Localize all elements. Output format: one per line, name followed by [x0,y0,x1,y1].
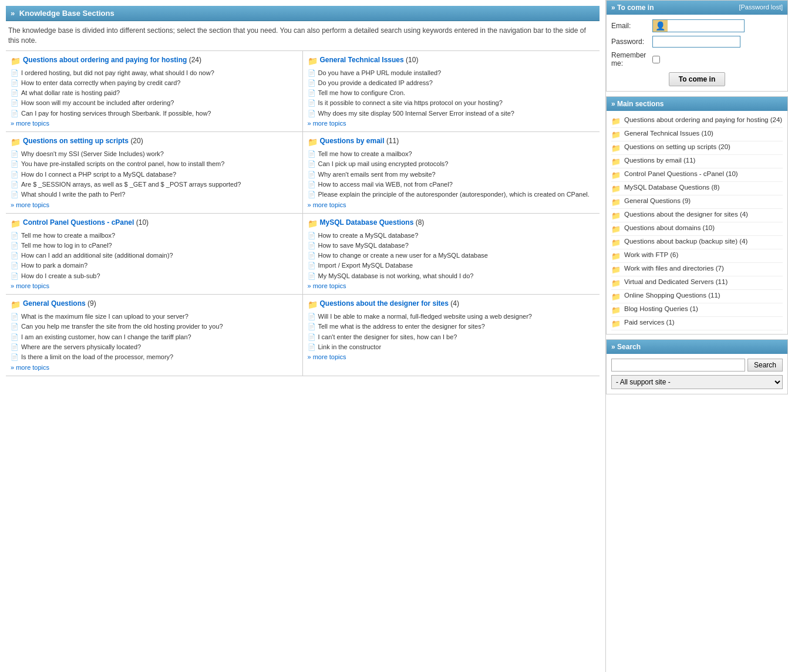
kb-item-text: How to change or create a new user for a… [318,251,488,259]
kb-section-link[interactable]: General Questions [23,299,86,308]
kb-item-text: Is it possible to connect a site via htt… [318,99,503,107]
main-section-item[interactable]: 📁 Virtual and Dedicated Servers (11) [611,276,783,290]
kb-item: 📄 Why doesn't my SSI (Server Side Includ… [11,150,298,158]
kb-section-title: 📁 Questions about ordering and paying fo… [11,56,298,66]
kb-item: 📄 I ordered hosting, but did not pay rig… [11,69,298,77]
kb-section-link[interactable]: Control Panel Questions - cPanel [23,218,134,227]
main-section-item[interactable]: 📁 MySQL Database Questions (8) [611,182,783,195]
sidebar-section-label: Virtual and Dedicated Servers (11) [624,278,728,285]
more-arrows-icon: » [308,353,311,360]
main-section-item[interactable]: 📁 Questions about backup (backup site) (… [611,236,783,249]
kb-item: 📄 How to change or create a new user for… [308,251,595,259]
main-section-item[interactable]: 📁 Work with files and directories (7) [611,263,783,276]
more-topics[interactable]: » more topics [308,282,595,289]
kb-item-text: Will I be able to make a normal, full-fl… [318,312,532,320]
search-scope-select[interactable]: - All support site - [611,375,783,389]
more-topics[interactable]: » more topics [308,201,595,208]
main-section-item[interactable]: 📁 General Technical Issues (10) [611,128,783,141]
more-topics[interactable]: » more topics [11,282,298,289]
main-section-item[interactable]: 📁 Questions by email (11) [611,155,783,168]
sidebar-folder-icon: 📁 [611,198,621,207]
document-icon: 📄 [11,333,19,341]
kb-section-link[interactable]: Questions about the designer for sites [320,299,449,308]
more-arrows-icon: » [11,120,14,127]
kb-item: 📄 How to access mail via WEB, not from c… [308,180,595,188]
remember-row: Remember me: [611,51,783,67]
password-row: Password: [611,36,783,48]
password-lost-link[interactable]: [Password lost] [739,4,783,11]
more-arrows-icon: » [308,120,311,127]
document-icon: 📄 [308,171,316,178]
kb-section-count: (24) [189,56,201,64]
kb-item: 📄 Can I pay for hosting services through… [11,109,298,117]
kb-item: 📄 Is there a limit on the load of the pr… [11,353,298,361]
kb-section-count: (4) [450,299,459,308]
more-topics[interactable]: » more topics [308,353,595,360]
more-arrows-icon: » [11,364,14,371]
kb-item-text: I can't enter the designer for sites, ho… [318,333,457,341]
search-input[interactable] [611,359,745,372]
more-topics-link[interactable]: more topics [16,120,49,127]
search-button[interactable]: Search [747,359,783,372]
sidebar-folder-icon: 📁 [611,238,621,247]
main-section-item[interactable]: 📁 Questions about the designer for sites… [611,209,783,222]
more-topics-link[interactable]: more topics [16,282,49,289]
kb-section-link[interactable]: Questions on setting up scripts [23,137,129,145]
main-section-item[interactable]: 📁 Questions on setting up scripts (20) [611,141,783,155]
search-title: Search [617,343,641,351]
sidebar-folder-icon: 📁 [611,265,621,274]
kb-section-mysql: 📁 MySQL Database Questions (8) 📄 How to … [303,214,600,295]
sidebar-section-label: Questions about domains (10) [624,224,715,231]
kb-section-link[interactable]: General Technical Issues [320,56,404,64]
email-input[interactable] [668,21,744,31]
document-icon: 📄 [11,181,19,188]
more-topics-link[interactable]: more topics [16,201,49,208]
document-icon: 📄 [11,69,19,77]
more-topics[interactable]: » more topics [11,120,298,127]
kb-item: 📄 I am an existing customer, how can I c… [11,333,298,341]
kb-section-title: 📁 Control Panel Questions - cPanel (10) [11,218,298,228]
kb-section-count: (10) [406,56,418,64]
document-icon: 📄 [11,79,19,87]
kb-item-text: Tell me how to configure Cron. [318,89,406,97]
main-section-item[interactable]: 📁 Online Shopping Questions (11) [611,290,783,303]
more-topics-link[interactable]: more topics [313,120,346,127]
main-section-item[interactable]: 📁 Blog Hosting Queries (1) [611,303,783,317]
kb-item-text: How to park a domain? [21,261,87,269]
sidebar-section-label: Work with FTP (6) [624,251,678,258]
more-topics-link[interactable]: more topics [313,282,346,289]
main-section-item[interactable]: 📁 General Questions (9) [611,195,783,209]
more-topics[interactable]: » more topics [11,364,298,371]
main-section-item[interactable]: 📁 Paid services (1) [611,317,783,330]
kb-item: 📄 Do you have a PHP URL module installed… [308,69,595,77]
more-arrows-icon: » [308,282,311,289]
kb-item: 📄 Is it possible to connect a site via h… [308,99,595,107]
kb-section-link[interactable]: Questions about ordering and paying for … [23,56,187,64]
kb-item: 📄 Import / Export MySQL Database [308,261,595,269]
more-topics-link[interactable]: more topics [16,364,49,371]
kb-section-cpanel: 📁 Control Panel Questions - cPanel (10) … [6,214,303,295]
kb-item: 📄 Tell me how to log in to cPanel? [11,241,298,249]
document-icon: 📄 [11,313,19,320]
kb-grid: 📁 Questions about ordering and paying fo… [6,50,600,376]
login-arrow-icon: » [611,4,615,12]
kb-item-text: Is there a limit on the load of the proc… [21,353,173,361]
kb-item: 📄 My MySQL database is not working, what… [308,272,595,280]
main-section-item[interactable]: 📁 Work with FTP (6) [611,249,783,263]
login-button[interactable]: To come in [669,72,725,86]
kb-item-text: I am an existing customer, how can I cha… [21,333,191,341]
more-topics[interactable]: » more topics [308,120,595,127]
main-section-item[interactable]: 📁 Questions about domains (10) [611,222,783,236]
main-section-item[interactable]: 📁 Control Panel Questions - cPanel (10) [611,168,783,182]
main-section-item[interactable]: 📁 Questions about ordering and paying fo… [611,114,783,128]
remember-checkbox[interactable] [652,56,660,63]
kb-section-link[interactable]: Questions by email [320,137,385,145]
kb-item-text: Do you provide a dedicated IP address? [318,79,433,87]
kb-item: 📄 Will I be able to make a normal, full-… [308,312,595,320]
search-header: » Search [607,340,787,354]
more-topics-link[interactable]: more topics [313,201,346,208]
kb-section-link[interactable]: MySQL Database Questions [320,218,414,227]
more-topics[interactable]: » more topics [11,201,298,208]
password-input[interactable] [652,36,740,48]
more-topics-link[interactable]: more topics [313,353,346,360]
